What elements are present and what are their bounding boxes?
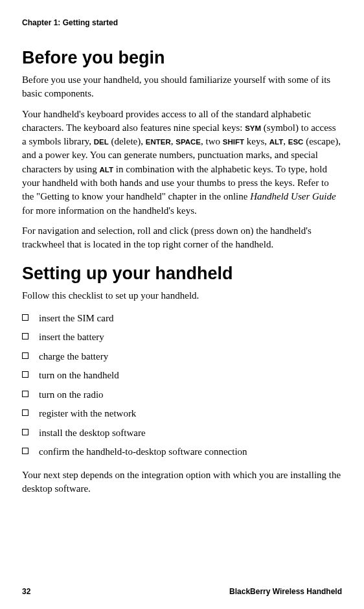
list-item: turn on the radio [22,385,342,405]
list-item-label: register with the network [39,408,136,419]
key-space: SPACE [176,138,201,146]
checkbox-icon [22,448,28,454]
key-del: DEL [94,138,109,146]
footer-brand: BlackBerry Wireless Handheld [229,587,342,596]
navigation-paragraph: For navigation and selection, roll and c… [22,224,342,252]
checklist-intro: Follow this checklist to set up your han… [22,289,342,303]
section-heading-setting-up: Setting up your handheld [22,264,342,284]
setup-checklist: insert the SIM card insert the battery c… [22,309,342,462]
key-sym: SYM [245,124,261,132]
list-item: confirm the handheld-to-desktop software… [22,442,342,462]
keyboard-paragraph: Your handheld's keyboard provides access… [22,108,342,218]
text-run: (delete), [109,136,146,146]
checkbox-icon [22,391,28,397]
checkbox-icon [22,409,28,416]
checkbox-icon [22,333,28,339]
key-alt: ALT [100,166,114,174]
text-run: keys, [244,136,269,146]
checkbox-icon [22,352,28,359]
list-item: insert the SIM card [22,309,342,328]
list-item-label: confirm the handheld-to-desktop software… [39,446,247,457]
section-heading-before-you-begin: Before you begin [22,48,342,68]
list-item-label: insert the battery [39,332,104,342]
list-item: turn on the handheld [22,366,342,385]
list-item-label: insert the SIM card [39,313,113,323]
list-item-label: charge the battery [39,351,108,362]
key-enter: ENTER [146,138,171,146]
checkbox-icon [22,429,28,435]
text-run: for more information on the handheld's k… [22,205,197,216]
list-item: charge the battery [22,347,342,367]
page-footer: 32 BlackBerry Wireless Handheld [22,587,342,596]
list-item-label: install the desktop software [39,428,146,438]
text-run: , two [201,136,223,146]
list-item: install the desktop software [22,424,342,443]
checklist-outro: Your next step depends on the integratio… [22,468,342,496]
key-alt: ALT [269,138,284,146]
page-number: 32 [22,587,30,596]
checkbox-icon [22,314,28,321]
checkbox-icon [22,371,28,378]
key-esc: ESC [288,138,304,146]
text-run: , [283,136,288,146]
list-item: register with the network [22,404,342,424]
list-item-label: turn on the radio [39,389,104,400]
intro-paragraph: Before you use your handheld, you should… [22,73,342,101]
chapter-header: Chapter 1: Getting started [22,18,342,27]
list-item-label: turn on the handheld [39,370,119,380]
italic-guide-title: Handheld User Guide [250,191,336,201]
list-item: insert the battery [22,328,342,347]
key-shift: SHIFT [223,138,244,146]
